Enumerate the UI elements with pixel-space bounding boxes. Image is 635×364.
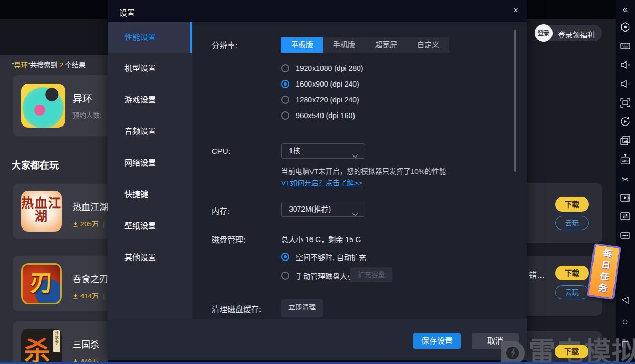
sidebar-item-game[interactable]: 游戏设置 bbox=[108, 84, 192, 116]
resolution-option-1600[interactable]: 1600x900 (dpi 240) bbox=[281, 79, 359, 89]
sidebar-item-shortcuts[interactable]: 快捷键 bbox=[108, 179, 192, 210]
result-summary: "异环"共搜索到 2 个结果 bbox=[12, 59, 86, 69]
radio-icon bbox=[281, 64, 289, 72]
operation-record-icon[interactable] bbox=[619, 20, 632, 34]
game-downloads: 414万| bbox=[72, 290, 105, 300]
dialog-title: 设置 bbox=[119, 7, 135, 18]
login-pill-label: 登录领福利 bbox=[558, 29, 595, 39]
dialog-header: 设置 × bbox=[108, 0, 527, 22]
memory-select[interactable]: 3072M(推荐) bbox=[281, 202, 365, 217]
dialog-scrollbar[interactable] bbox=[514, 30, 516, 172]
tab-ultrawide[interactable]: 超宽屏 bbox=[365, 37, 407, 53]
settings-dialog: 设置 × 性能设置 机型设置 游戏设置 音频设置 网络设置 快捷键 壁纸设置 其… bbox=[108, 0, 527, 360]
section-title: 大家都在玩 bbox=[12, 158, 59, 171]
sidebar-item-performance[interactable]: 性能设置 bbox=[108, 22, 192, 53]
save-settings-button[interactable]: 保存设置 bbox=[413, 333, 461, 349]
tab-tablet[interactable]: 平板版 bbox=[281, 37, 323, 53]
vt-warning-text: 当前电脑VT未开启，您的模拟器只发挥了10%的性能 bbox=[281, 165, 446, 176]
sidebar-item-wallpaper[interactable]: 壁纸设置 bbox=[108, 210, 192, 242]
game-downloads: 205万| bbox=[72, 219, 105, 228]
disk-summary: 总大小 16 G，剩余 15 G bbox=[281, 234, 361, 244]
expand-capacity-button[interactable]: 扩充容量 bbox=[350, 267, 392, 282]
search-results-header bbox=[0, 19, 108, 55]
chevron-down-icon bbox=[352, 207, 358, 221]
game-title: 三国杀 bbox=[72, 337, 99, 350]
game-icon-corner-tag: 开学季 bbox=[53, 330, 60, 352]
memory-label: 内存: bbox=[212, 205, 230, 216]
volume-down-icon[interactable] bbox=[619, 77, 632, 90]
cloud-play-button[interactable]: 云玩 bbox=[555, 216, 589, 230]
disk-auto-option[interactable]: 空间不够时, 自动扩充 bbox=[281, 252, 366, 262]
vt-help-link[interactable]: VT如何开启？点击了解>> bbox=[281, 177, 362, 188]
disk-label: 磁盘管理: bbox=[212, 234, 245, 245]
video-record-icon[interactable] bbox=[619, 191, 632, 204]
file-transfer-icon[interactable] bbox=[619, 210, 632, 223]
resolution-option-960[interactable]: 960x540 (dpi 160) bbox=[281, 110, 355, 121]
resolution-option-1280[interactable]: 1280x720 (dpi 240) bbox=[281, 95, 359, 105]
scissors-icon[interactable]: ✂ bbox=[619, 173, 632, 186]
clean-cache-label: 清理磁盘缓存: bbox=[212, 303, 261, 314]
game-title: 异环 bbox=[72, 91, 92, 105]
radio-icon bbox=[281, 272, 289, 280]
svg-text:APK: APK bbox=[622, 160, 628, 163]
game-card-partial: 下载 云玩 bbox=[527, 183, 602, 243]
sync-rotate-icon[interactable] bbox=[619, 115, 632, 128]
settings-content: 分辨率: 平板版 手机版 超宽屏 自定义 1920x1080 (dpi 280)… bbox=[192, 22, 527, 319]
game-title: 吞食之刃 bbox=[72, 272, 108, 285]
game-card[interactable]: 热血江湖 热血江湖 205万| bbox=[13, 184, 108, 239]
multi-instance-icon[interactable] bbox=[619, 134, 632, 147]
collapse-toolbar-icon[interactable]: « bbox=[619, 3, 632, 16]
chevron-down-icon bbox=[352, 149, 358, 163]
dialog-footer: 保存设置 取消 bbox=[108, 319, 527, 360]
download-button[interactable]: 下载 bbox=[555, 197, 589, 212]
window-bottom-border bbox=[0, 362, 635, 364]
android-home-icon[interactable]: ○ bbox=[619, 315, 632, 328]
cpu-label: CPU: bbox=[212, 147, 231, 155]
dialog-close-icon[interactable]: × bbox=[510, 5, 522, 16]
brand-logo-icon bbox=[499, 339, 526, 364]
content-background: 下载 云玩 错… 下载 云玩 bbox=[527, 19, 616, 364]
settings-sidebar: 性能设置 机型设置 游戏设置 音频设置 网络设置 快捷键 壁纸设置 其他设置 bbox=[108, 22, 192, 319]
android-back-icon[interactable]: ◁ bbox=[619, 293, 632, 306]
search-result-card[interactable]: 异环 预约人数: bbox=[13, 75, 108, 136]
radio-selected-icon bbox=[281, 253, 289, 261]
game-card[interactable]: 刃 吞食之刃 414万| bbox=[13, 256, 108, 311]
disk-manual-option[interactable]: 手动管理磁盘大小 bbox=[281, 271, 355, 281]
login-avatar[interactable]: 登录 bbox=[535, 24, 553, 42]
resolution-label: 分辨率: bbox=[212, 39, 237, 50]
cpu-select[interactable]: 1核 bbox=[281, 143, 365, 159]
download-arrow-icon bbox=[72, 221, 78, 228]
keyboard-mapping-icon[interactable] bbox=[619, 39, 632, 53]
sidebar-item-audio[interactable]: 音频设置 bbox=[108, 116, 192, 147]
game-card[interactable]: 杀 开学季 三国杀 449万 bbox=[13, 321, 108, 364]
fullscreen-icon[interactable] bbox=[619, 96, 632, 109]
radio-icon bbox=[281, 111, 289, 120]
radio-selected-icon bbox=[281, 80, 289, 88]
sidebar-item-network[interactable]: 网络设置 bbox=[108, 147, 192, 179]
tab-phone[interactable]: 手机版 bbox=[323, 37, 365, 53]
promo-download-button[interactable]: 下载 bbox=[555, 345, 588, 358]
resolution-option-1920[interactable]: 1920x1080 (dpi 280) bbox=[281, 63, 363, 74]
resolution-tabs: 平板版 手机版 超宽屏 自定义 bbox=[281, 37, 449, 53]
truncated-text: 错… bbox=[529, 269, 545, 280]
download-arrow-icon bbox=[72, 293, 78, 300]
tab-custom[interactable]: 自定义 bbox=[407, 37, 449, 53]
volume-up-icon[interactable] bbox=[619, 58, 632, 71]
more-icon[interactable] bbox=[619, 229, 632, 242]
game-icon-rexuejianghu: 热血江湖 bbox=[21, 191, 62, 232]
game-icon-sanguosha: 杀 开学季 bbox=[21, 329, 62, 364]
clean-now-button[interactable]: 立即清理 bbox=[281, 299, 323, 317]
radio-icon bbox=[281, 96, 289, 104]
game-subtitle: 预约人数: bbox=[72, 110, 102, 120]
game-icon-tunshizhiren: 刃 bbox=[21, 263, 62, 304]
game-title: 热血江湖 bbox=[72, 200, 108, 213]
game-icon-yihuan bbox=[21, 84, 65, 128]
search-results-panel: "异环"共搜索到 2 个结果 异环 预约人数: 大家都在玩 热血江湖 热血江湖 … bbox=[0, 55, 108, 364]
sidebar-item-device[interactable]: 机型设置 bbox=[108, 53, 192, 84]
apk-install-icon[interactable]: APK bbox=[619, 153, 632, 166]
download-button[interactable]: 下载 bbox=[555, 266, 589, 280]
cloud-play-button[interactable]: 云玩 bbox=[555, 285, 589, 299]
android-recents-icon[interactable]: □ bbox=[619, 338, 632, 351]
sidebar-item-other[interactable]: 其他设置 bbox=[108, 242, 192, 273]
